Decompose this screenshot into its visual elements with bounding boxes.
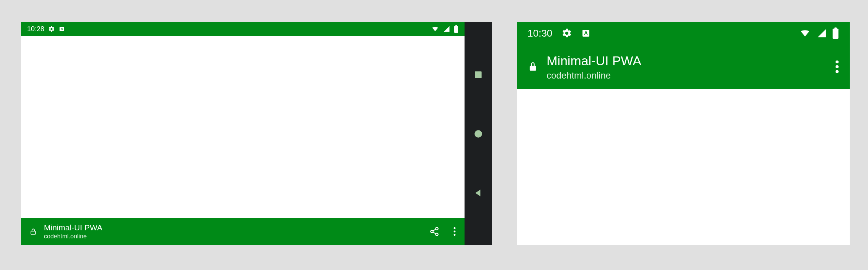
share-icon[interactable]	[429, 227, 439, 236]
status-time: 10:30	[528, 27, 552, 39]
svg-point-12	[474, 130, 482, 138]
svg-point-5	[436, 227, 438, 230]
device-landscape: 10:28 A	[21, 22, 492, 245]
status-right	[799, 27, 839, 39]
svg-rect-16	[834, 27, 837, 29]
svg-point-7	[436, 233, 438, 236]
wifi-icon	[431, 26, 439, 32]
svg-point-9	[454, 231, 456, 233]
svg-rect-15	[833, 29, 839, 39]
lock-icon	[528, 60, 538, 73]
gear-icon	[561, 28, 572, 39]
svg-text:A: A	[584, 30, 588, 36]
nav-back-button[interactable]	[473, 188, 483, 198]
app-badge-icon: A	[59, 26, 65, 32]
svg-point-18	[836, 65, 839, 68]
svg-rect-11	[475, 71, 481, 78]
status-left: 10:28 A	[27, 25, 65, 33]
screen-area: 10:28 A	[21, 22, 465, 245]
status-bar: 10:28 A	[21, 22, 465, 36]
app-title-block: Minimal-UI PWA codehtml.online	[547, 52, 827, 81]
more-icon[interactable]	[835, 59, 839, 74]
signal-icon	[443, 26, 450, 32]
nav-recents-button[interactable]	[473, 70, 483, 80]
battery-icon	[454, 25, 458, 33]
svg-point-17	[836, 60, 839, 63]
app-domain: codehtml.online	[547, 69, 827, 81]
svg-point-8	[454, 227, 456, 229]
status-time: 10:28	[27, 25, 44, 33]
svg-text:A: A	[61, 27, 63, 31]
svg-rect-2	[454, 26, 458, 33]
webview-content[interactable]	[517, 89, 850, 245]
lock-icon	[29, 227, 37, 236]
app-bar-actions	[429, 227, 456, 236]
app-title: Minimal-UI PWA	[44, 223, 423, 233]
gear-icon	[48, 26, 55, 32]
battery-icon	[832, 27, 839, 39]
system-nav-bar	[465, 22, 492, 245]
app-bar-top: Minimal-UI PWA codehtml.online	[517, 44, 850, 89]
device-tablet: 10:30 A Minimal-UI PWA code	[517, 22, 850, 245]
app-bar-bottom: Minimal-UI PWA codehtml.online	[21, 218, 465, 245]
app-badge-icon: A	[581, 29, 590, 38]
status-bar: 10:30 A	[517, 22, 850, 44]
svg-point-19	[836, 70, 839, 73]
wifi-icon	[799, 28, 812, 38]
app-title: Minimal-UI PWA	[547, 52, 827, 69]
signal-icon	[817, 28, 827, 38]
more-icon[interactable]	[453, 227, 456, 236]
status-right	[431, 25, 458, 33]
status-left: 10:30 A	[528, 27, 590, 39]
svg-point-6	[431, 230, 433, 233]
webview-content[interactable]	[21, 36, 465, 218]
svg-rect-4	[31, 231, 35, 234]
app-domain: codehtml.online	[44, 233, 423, 240]
app-title-block: Minimal-UI PWA codehtml.online	[44, 223, 423, 240]
svg-rect-3	[455, 25, 457, 26]
nav-home-button[interactable]	[473, 129, 483, 139]
svg-point-10	[454, 234, 456, 236]
